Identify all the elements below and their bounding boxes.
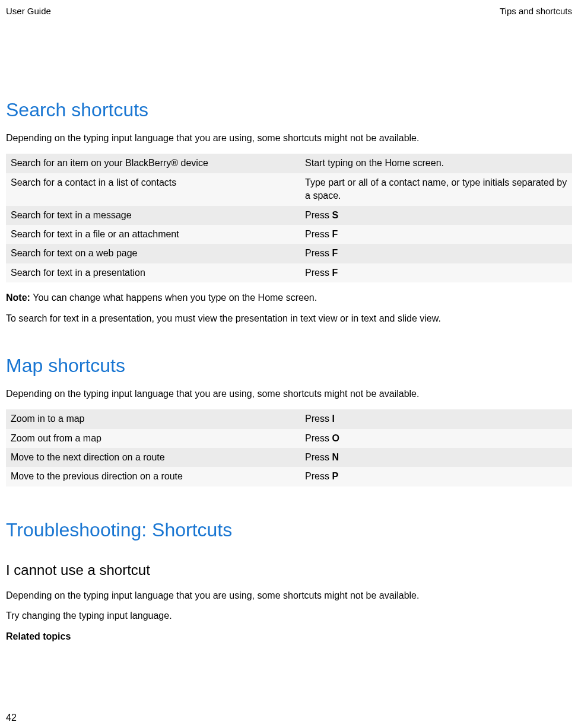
header-left: User Guide [6, 6, 51, 16]
action-cell: Search for text in a file or an attachme… [6, 225, 300, 244]
key-cell: Press I [300, 409, 572, 428]
action-cell: Move to the next direction on a route [6, 448, 300, 467]
search-shortcuts-heading: Search shortcuts [6, 99, 572, 121]
table-row: Search for text on a web page Press F [6, 244, 572, 263]
troubleshoot-para1: Depending on the typing input language t… [6, 589, 572, 602]
table-row: Move to the next direction on a route Pr… [6, 448, 572, 467]
table-row: Search for text in a message Press S [6, 206, 572, 225]
troubleshooting-heading: Troubleshooting: Shortcuts [6, 519, 572, 541]
map-intro: Depending on the typing input language t… [6, 387, 572, 400]
troubleshoot-para2: Try changing the typing input language. [6, 609, 572, 622]
page-number: 42 [6, 713, 17, 723]
key-cell: Type part or all of a contact name, or t… [300, 173, 572, 206]
map-shortcuts-table: Zoom in to a map Press I Zoom out from a… [6, 409, 572, 487]
table-row: Zoom out from a map Press O [6, 429, 572, 448]
key-cell: Press F [300, 263, 572, 282]
action-cell: Move to the previous direction on a rout… [6, 467, 300, 486]
action-cell: Search for text on a web page [6, 244, 300, 263]
action-cell: Search for text in a message [6, 206, 300, 225]
table-row: Move to the previous direction on a rout… [6, 467, 572, 486]
action-cell: Zoom in to a map [6, 409, 300, 428]
table-row: Search for text in a presentation Press … [6, 263, 572, 282]
map-shortcuts-heading: Map shortcuts [6, 355, 572, 377]
table-row: Search for a contact in a list of contac… [6, 173, 572, 206]
key-cell: Press P [300, 467, 572, 486]
search-shortcuts-table: Search for an item on your BlackBerry® d… [6, 154, 572, 282]
page-header: User Guide Tips and shortcuts [0, 0, 578, 16]
related-topics: Related topics [6, 630, 572, 643]
table-row: Search for an item on your BlackBerry® d… [6, 154, 572, 173]
key-cell: Press S [300, 206, 572, 225]
key-cell: Press N [300, 448, 572, 467]
table-row: Zoom in to a map Press I [6, 409, 572, 428]
key-cell: Start typing on the Home screen. [300, 154, 572, 173]
action-cell: Search for a contact in a list of contac… [6, 173, 300, 206]
search-note: Note: You can change what happens when y… [6, 291, 572, 304]
key-cell: Press F [300, 244, 572, 263]
search-intro: Depending on the typing input language t… [6, 132, 572, 145]
search-para2: To search for text in a presentation, yo… [6, 312, 572, 325]
action-cell: Zoom out from a map [6, 429, 300, 448]
action-cell: Search for text in a presentation [6, 263, 300, 282]
cannot-use-shortcut-heading: I cannot use a shortcut [6, 562, 572, 578]
content-area: Search shortcuts Depending on the typing… [0, 99, 578, 643]
header-right: Tips and shortcuts [500, 6, 572, 16]
key-cell: Press O [300, 429, 572, 448]
key-cell: Press F [300, 225, 572, 244]
action-cell: Search for an item on your BlackBerry® d… [6, 154, 300, 173]
table-row: Search for text in a file or an attachme… [6, 225, 572, 244]
